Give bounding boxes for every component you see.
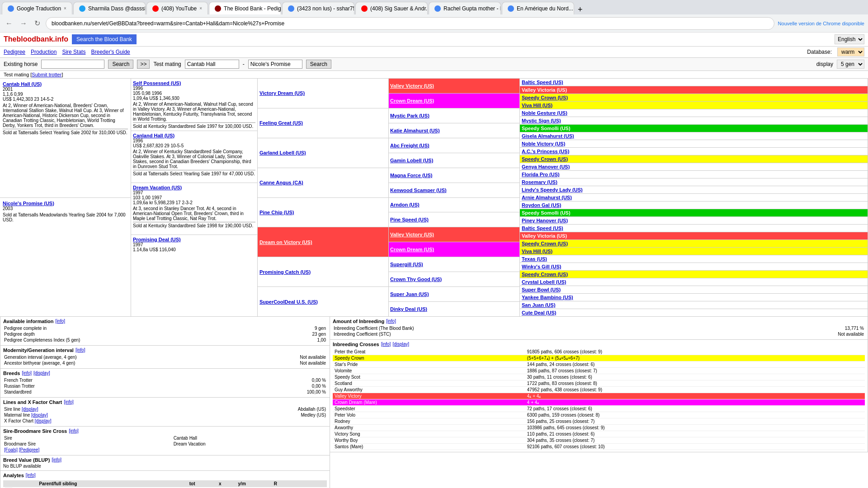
horse-name[interactable]: Dream on Victory (US) bbox=[259, 239, 312, 245]
horse-name[interactable]: Promising Catch (US) bbox=[259, 269, 311, 275]
info-link[interactable]: [info] bbox=[55, 319, 65, 325]
arrow-button[interactable]: >> bbox=[137, 60, 150, 69]
reload-button[interactable]: ↻ bbox=[33, 17, 42, 29]
tab-youtube2[interactable]: (408) Sig Sauer & Andr... × bbox=[355, 2, 428, 14]
search-blood-bank-button[interactable]: Search the Blood Bank bbox=[72, 34, 137, 44]
horse-name[interactable]: Baltic Speed (US) bbox=[522, 225, 563, 231]
horse-name[interactable]: Roydon Gal (US) bbox=[522, 202, 561, 208]
horse-name[interactable]: SuperCoolDeal U.S. (US) bbox=[259, 299, 318, 305]
blup-info-link[interactable]: [info] bbox=[52, 457, 61, 464]
breeds-display-link[interactable]: [display] bbox=[33, 371, 50, 377]
info-link[interactable]: [info] bbox=[75, 347, 85, 354]
horse-name-canland[interactable]: Canland Hall (US) bbox=[133, 133, 255, 138]
horse-name[interactable]: Speedy Crown (US) bbox=[522, 272, 568, 277]
horse-name[interactable]: Speedy Somolli (US) bbox=[522, 126, 571, 131]
breeds-info-link[interactable]: [info] bbox=[22, 371, 32, 377]
horse-name[interactable]: Viva Hill (US) bbox=[522, 249, 552, 254]
horse-name[interactable]: Feeling Great (US) bbox=[259, 120, 303, 126]
horse-name[interactable]: Katie Almahurst (US) bbox=[390, 128, 440, 133]
horse-name[interactable]: Gamin Lobell (US) bbox=[390, 158, 433, 163]
back-button[interactable]: ← bbox=[4, 18, 14, 29]
foals-link[interactable]: [Foals] bbox=[4, 447, 18, 452]
horse-name[interactable]: Rosemary (US) bbox=[522, 179, 557, 185]
horse-name[interactable]: Yankee Bambino (US) bbox=[522, 295, 573, 300]
horse-name[interactable]: Crystal Lobell (US) bbox=[522, 279, 566, 285]
display-select[interactable]: 5 gen bbox=[837, 60, 864, 69]
analytes-info-link[interactable]: [info] bbox=[26, 473, 36, 479]
horse-name[interactable]: Canne Angus (CA) bbox=[259, 180, 303, 185]
horse-name[interactable]: Baltic Speed (US) bbox=[522, 80, 563, 85]
horse-name[interactable]: Mystic Park (US) bbox=[390, 113, 429, 118]
ib-display-link[interactable]: [display] bbox=[392, 342, 409, 348]
horse-name[interactable]: Pine Chip (US) bbox=[259, 210, 294, 215]
dam-name[interactable]: Nicole's Promise (US) bbox=[3, 201, 128, 206]
nav-pedigree[interactable]: Pedigree bbox=[4, 49, 25, 55]
existing-horse-input[interactable] bbox=[41, 60, 104, 69]
pedigree-link[interactable]: [Pedigree] bbox=[19, 447, 40, 452]
tab-close[interactable]: × bbox=[64, 6, 66, 11]
tab-email[interactable]: (3423 non lus) - sshar7511@... × bbox=[282, 2, 354, 14]
horse-name[interactable]: Valley Victoria (US) bbox=[522, 87, 567, 93]
language-select[interactable]: English bbox=[835, 34, 864, 44]
horse-name[interactable]: Magna Force (US) bbox=[390, 173, 433, 178]
sire-name[interactable]: Cantab Hall (US) bbox=[3, 81, 128, 87]
tab-google[interactable]: Google Traduction × bbox=[2, 2, 72, 14]
horse-name[interactable]: Crown Dream (US) bbox=[390, 98, 434, 103]
nav-production[interactable]: Production bbox=[31, 49, 57, 55]
horse-name[interactable]: Winky's Gill (US) bbox=[522, 264, 561, 269]
horse-name[interactable]: Noble Gesture (US) bbox=[522, 110, 567, 116]
horse-name[interactable]: Mystic Sign (US) bbox=[522, 118, 561, 123]
horse-name-self-possessed[interactable]: Self Possessed (US) bbox=[133, 80, 255, 86]
horse-name[interactable]: Arndon (US) bbox=[390, 202, 420, 207]
test-mating-search-button[interactable]: Search bbox=[306, 60, 331, 69]
nav-sire-stats[interactable]: Sire Stats bbox=[62, 49, 85, 55]
existing-horse-search-button[interactable]: Search bbox=[108, 60, 133, 69]
horse-name[interactable]: Arnie Almahurst (US) bbox=[522, 195, 572, 200]
horse-name[interactable]: Speedy Crown (US) bbox=[522, 241, 568, 246]
horse-name[interactable]: Speedy Somolli (US) bbox=[522, 210, 571, 216]
horse-name[interactable]: Super Bowl (US) bbox=[522, 287, 561, 292]
inbreeding-info-link[interactable]: [info] bbox=[386, 319, 396, 325]
xfactor-display-link[interactable]: [display] bbox=[35, 418, 52, 423]
horse-name[interactable]: Florida Pro (US) bbox=[522, 172, 560, 177]
new-tab-button[interactable]: + bbox=[575, 5, 585, 14]
horse-name[interactable]: Dinky Deal (US) bbox=[390, 306, 427, 312]
horse-name[interactable]: Supergill (US) bbox=[390, 262, 423, 267]
sire-input[interactable] bbox=[185, 60, 239, 69]
horse-name-promising-deal[interactable]: Promising Deal (US) bbox=[133, 237, 255, 242]
tab-close[interactable]: × bbox=[199, 6, 202, 11]
horse-name[interactable]: Valley Victoria (US) bbox=[522, 233, 567, 239]
horse-name[interactable]: Piney Hanover (US) bbox=[522, 218, 568, 223]
address-bar[interactable] bbox=[46, 17, 774, 30]
horse-name[interactable]: Valley Victory (US) bbox=[390, 232, 434, 237]
tab-bloodbank[interactable]: The Blood Bank - Pedigree × bbox=[209, 2, 281, 14]
tab-rachel[interactable]: Rachel Gupta mother - Rech... × bbox=[429, 2, 501, 14]
horse-name[interactable]: Gisela Almahurst (US) bbox=[522, 133, 574, 139]
maternal-line-display-link[interactable]: [display] bbox=[31, 413, 48, 418]
horse-name-dream-vacation[interactable]: Dream Vacation (US) bbox=[133, 185, 255, 190]
horse-name[interactable]: Crown Dream (US) bbox=[390, 247, 434, 252]
tab-youtube1[interactable]: (408) YouTube × bbox=[146, 2, 208, 14]
horse-name[interactable]: Lindy's Speedy Lady (US) bbox=[522, 187, 583, 192]
horse-name[interactable]: San Juan (US) bbox=[522, 302, 556, 308]
horse-name[interactable]: Garland Lobell (US) bbox=[259, 150, 306, 155]
horse-name[interactable]: Texas (US) bbox=[522, 256, 547, 262]
horse-name[interactable]: Super Juan (US) bbox=[390, 291, 429, 297]
dam-input[interactable] bbox=[248, 60, 302, 69]
tab-sharmila[interactable]: Sharmila Dass @dasssharm... × bbox=[73, 2, 146, 14]
submit-trotter-link[interactable]: Submit trotter bbox=[32, 72, 61, 77]
horse-name[interactable]: Abc Freight (US) bbox=[390, 143, 429, 148]
nav-breeders-guide[interactable]: Breeder's Guide bbox=[91, 49, 130, 55]
horse-name[interactable]: Genya Hanover (US) bbox=[522, 164, 570, 169]
ib-info-link[interactable]: [info] bbox=[381, 342, 391, 348]
forward-button[interactable]: → bbox=[18, 18, 29, 29]
horse-name[interactable]: Pine Speed (US) bbox=[390, 217, 429, 222]
horse-name[interactable]: Noble Victory (US) bbox=[522, 141, 565, 146]
horse-name[interactable]: Crown Thy Good (US) bbox=[390, 277, 442, 282]
horse-name[interactable]: Viva Hill (US) bbox=[522, 103, 552, 108]
horse-name[interactable]: Victory Dream (US) bbox=[259, 90, 305, 96]
horse-name[interactable]: A.C.'s Princess (US) bbox=[522, 149, 569, 154]
sire-broodmare-info-link[interactable]: [info] bbox=[69, 428, 79, 435]
horse-name[interactable]: Speedy Crown (US) bbox=[522, 156, 568, 162]
horse-name[interactable]: Cute Deal (US) bbox=[522, 310, 556, 315]
